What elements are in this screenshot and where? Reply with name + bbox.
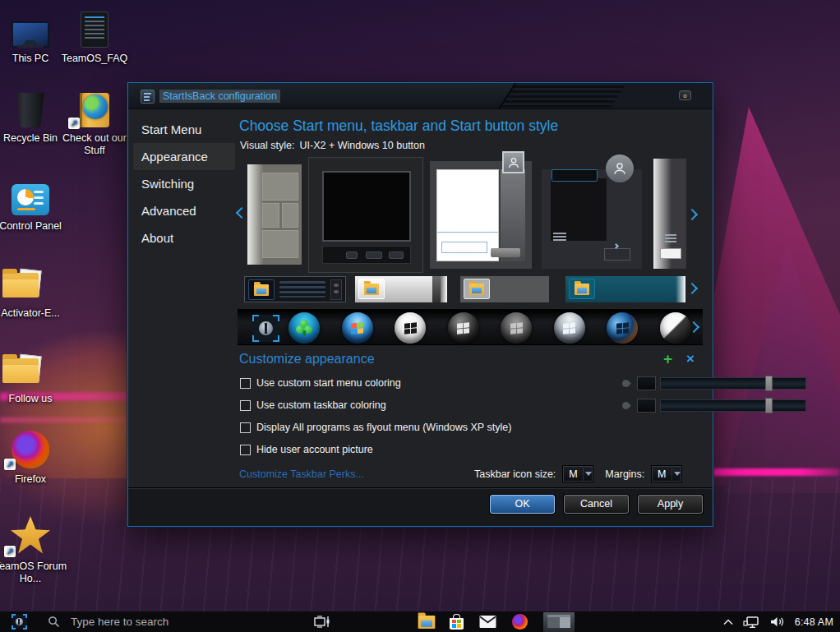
dialog-button-bar: OK Cancel Apply <box>128 487 713 526</box>
mail-icon[interactable] <box>479 616 496 628</box>
start-button-silver-orb[interactable] <box>554 312 585 344</box>
window-titlebar[interactable]: StartIsBack configuration o <box>128 83 713 109</box>
ok-button[interactable]: OK <box>490 495 555 514</box>
start-button-blue-orange-orb[interactable] <box>607 312 638 344</box>
start-button-clover-orb[interactable] <box>288 312 320 344</box>
color-slider[interactable] <box>660 399 806 412</box>
add-icon[interactable]: + <box>663 350 672 368</box>
start-button-half-orb[interactable] <box>660 312 691 344</box>
taskbar-icon-size-dropdown[interactable]: M <box>562 465 593 482</box>
sidebar-item-advanced[interactable]: Advanced <box>133 197 235 224</box>
color-slider[interactable] <box>660 377 806 390</box>
checkbox-hide-user-picture[interactable]: Hide user account picture <box>240 443 373 456</box>
close-button[interactable]: o <box>679 90 691 100</box>
document-icon <box>55 7 134 48</box>
firefox-taskbar-icon[interactable] <box>512 614 528 630</box>
titlebar-decoration <box>610 83 713 109</box>
sidebar-item-start-menu[interactable]: Start Menu <box>133 116 235 143</box>
desktop-icon-label: Activator-E... <box>0 307 70 320</box>
start-button-white-orb[interactable] <box>395 312 426 344</box>
startisback-window-button-active[interactable] <box>543 612 575 632</box>
carousel-left-arrow[interactable] <box>236 207 247 219</box>
checkbox[interactable] <box>240 400 251 411</box>
checkbox-flyout-all-programs[interactable]: Display All programs as flyout menu (Win… <box>240 421 511 434</box>
sidebar-item-about[interactable]: About <box>133 224 235 251</box>
user-avatar-icon <box>502 151 524 173</box>
start-button[interactable] <box>7 613 30 630</box>
search-box-preview <box>552 169 598 182</box>
taskbar-style-teal[interactable] <box>565 276 685 302</box>
sidebar-item-switching[interactable]: Switching <box>133 170 235 197</box>
desktop-icon-teamos-faq[interactable]: TeamOS_FAQ <box>55 7 134 65</box>
visual-style-label: Visual style: <box>240 140 294 151</box>
taskbar-style-silver[interactable] <box>355 276 447 302</box>
customize-taskbar-perks-link[interactable]: Customize Taskbar Perks... <box>239 468 364 480</box>
checkbox-custom-taskbar-coloring[interactable]: Use custom taskbar coloring <box>240 399 386 412</box>
task-view-button[interactable] <box>312 615 330 632</box>
user-avatar-icon <box>606 155 634 182</box>
desktop-icon-control-panel[interactable]: Control Panel <box>0 174 70 233</box>
desktop-icon-teamos-forum[interactable]: ↗ TeamOS Forum Ho... <box>0 514 70 585</box>
margins-label: Margins: <box>605 468 644 480</box>
window-title: StartIsBack configuration <box>159 90 280 103</box>
shortcut-arrow-badge: ↗ <box>4 546 16 557</box>
book-globe-icon: ↗ <box>55 86 134 127</box>
color-swatch[interactable] <box>637 399 656 413</box>
slider-thumb[interactable] <box>765 398 773 413</box>
volume-icon[interactable] <box>769 616 785 628</box>
cancel-button[interactable]: Cancel <box>564 495 629 514</box>
desktop-icon-follow-us[interactable]: Follow us <box>0 347 70 405</box>
style-thumb-ui-x2-selected[interactable] <box>308 157 423 273</box>
apply-button[interactable]: Apply <box>638 495 703 514</box>
style-thumb-tiled-classic[interactable] <box>247 164 302 265</box>
style-thumb-translucent-modern[interactable] <box>542 169 642 269</box>
page-title: Choose Start menu, taskbar and Start but… <box>239 118 558 135</box>
desktop-icon-label: Check out our Stuff <box>55 132 134 157</box>
checkbox[interactable] <box>240 422 251 433</box>
droplet-icon <box>621 400 631 411</box>
clock[interactable]: 6:48 AM <box>795 616 833 628</box>
desktop-icon-check-out-our-stuff[interactable]: ↗ Check out our Stuff <box>55 86 134 157</box>
taskbar-style-dark-selected[interactable] <box>244 276 346 302</box>
checkbox[interactable] <box>240 378 251 389</box>
margins-dropdown[interactable]: M <box>651 465 682 482</box>
chevron-down-icon <box>672 466 681 482</box>
checkbox-custom-start-menu-coloring[interactable]: Use custom start menu coloring <box>240 376 401 390</box>
search-placeholder: Type here to search <box>71 616 168 628</box>
network-icon[interactable] <box>743 616 759 629</box>
checkbox[interactable] <box>240 445 251 455</box>
shortcut-arrow-badge: ↗ <box>68 118 80 129</box>
microsoft-store-icon[interactable] <box>450 618 464 630</box>
style-thumb-list-partial[interactable] <box>653 159 686 269</box>
desktop-icon-firefox[interactable]: ↗ Firefox <box>0 427 70 486</box>
hidden-icons-chevron[interactable] <box>723 619 733 625</box>
taskbar-style-translucent[interactable] <box>460 276 549 302</box>
visual-style-value: UI-X2 + Windows 10 button <box>299 140 425 151</box>
checkbox-label: Hide user account picture <box>256 444 373 455</box>
desktop-icon-label: TeamOS_FAQ <box>55 53 134 65</box>
start-button-current-selected[interactable] <box>252 315 279 342</box>
droplet-icon <box>621 378 631 389</box>
folder-icon <box>469 284 484 295</box>
style-thumb-light-classic[interactable] <box>430 161 532 269</box>
desktop-icon-label: Follow us <box>0 393 70 405</box>
start-button-gray-orb[interactable] <box>501 312 532 344</box>
checkbox-label: Use custom start menu coloring <box>256 377 401 389</box>
appearance-panel: Choose Start menu, taskbar and Start but… <box>238 109 701 526</box>
color-swatch[interactable] <box>637 376 656 390</box>
start-button-black-orb[interactable] <box>448 312 479 344</box>
sidebar-item-appearance[interactable]: Appearance <box>133 143 235 170</box>
carousel-right-arrow[interactable] <box>686 209 698 220</box>
file-explorer-icon[interactable] <box>418 615 436 628</box>
taskbar-search[interactable]: Type here to search <box>48 611 168 632</box>
taskbar-icon-size-label: Taskbar icon size: <box>474 468 556 480</box>
desktop-icon-activator[interactable]: Activator-E... <box>0 261 70 320</box>
taskbar-row-right-arrow[interactable] <box>686 283 698 294</box>
start-button-windows7-orb[interactable] <box>342 312 373 344</box>
taskbar-style-row <box>238 274 703 304</box>
firefox-icon: ↗ <box>0 427 70 468</box>
close-x-icon[interactable]: × <box>686 351 695 367</box>
size-dropdown-row: Taskbar icon size: M Margins: M <box>474 465 682 482</box>
slider-thumb[interactable] <box>765 376 773 391</box>
desktop-icon-label: TeamOS Forum Ho... <box>0 560 70 585</box>
